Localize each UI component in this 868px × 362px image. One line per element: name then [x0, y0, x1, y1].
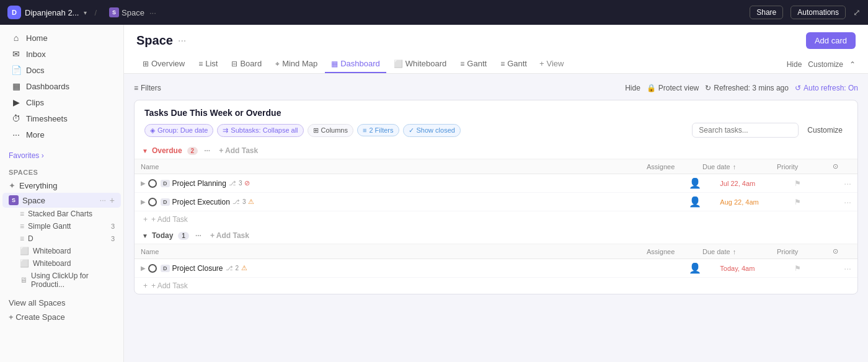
- filters-button[interactable]: ≡ Filters: [134, 84, 161, 92]
- sidebar-item-stacked-bar-charts[interactable]: ≡ Stacked Bar Charts: [0, 208, 123, 220]
- overdue-more-icon[interactable]: ···: [204, 146, 210, 155]
- task-assignee[interactable]: 👤: [670, 262, 720, 274]
- tab-gantt1[interactable]: ≡ Gantt: [454, 55, 493, 73]
- task-status-circle[interactable]: [148, 179, 157, 188]
- auto-refresh-btn[interactable]: ↺ Auto refresh: On: [795, 84, 858, 92]
- tab-overview[interactable]: ⊞ Overview: [136, 55, 191, 73]
- sidebar-item-home[interactable]: ⌂ Home: [2, 30, 121, 46]
- sidebar-item-dashboards[interactable]: ▦ Dashboards: [2, 78, 121, 94]
- filter-bar-right: Hide 🔒 Protect view ↻ Refreshed: 3 mins …: [625, 84, 858, 92]
- overdue-expand-icon[interactable]: ▼: [142, 148, 148, 154]
- sidebar-item-timesheets[interactable]: ⏱ Timesheets: [2, 110, 121, 126]
- sidebar-item-everything[interactable]: ✦ Everything: [0, 179, 123, 193]
- sidebar-item-using-clickup[interactable]: 🖥 Using ClickUp for Producti...: [0, 270, 123, 291]
- task-expand-icon[interactable]: ▶: [141, 265, 146, 272]
- group-due-date-chip[interactable]: ◈ Group: Due date: [144, 124, 213, 137]
- sidebar-item-inbox[interactable]: ✉ Inbox: [2, 46, 121, 62]
- task-assignee[interactable]: 👤: [670, 196, 720, 208]
- show-closed-chip[interactable]: ✓ Show closed: [403, 124, 461, 137]
- hide-btn[interactable]: Hide: [625, 84, 640, 92]
- space-breadcrumb[interactable]: S Space ···: [109, 7, 156, 17]
- tab-board[interactable]: ⊟ Board: [225, 55, 268, 73]
- task-name[interactable]: Project Closure: [172, 264, 223, 273]
- task-more-btn[interactable]: ···: [844, 263, 851, 273]
- add-task-today-btn[interactable]: + Add Task: [210, 231, 249, 240]
- tab-whiteboard-label: Whiteboard: [405, 59, 446, 68]
- automations-button[interactable]: Automations: [790, 6, 846, 19]
- sort-icon-today[interactable]: ↑: [733, 248, 737, 255]
- view-all-spaces-btn[interactable]: View all Spaces: [9, 296, 115, 310]
- assignee-icon: 👤: [689, 196, 701, 208]
- tab-add-view[interactable]: + View: [534, 55, 569, 73]
- favorites-section[interactable]: Favorites ›: [0, 148, 123, 164]
- hide-button[interactable]: Hide: [787, 60, 802, 69]
- add-task-overdue-label: + Add Task: [151, 215, 188, 224]
- priority-flag-icon: ⚑: [794, 179, 801, 188]
- task-name[interactable]: Project Execution: [172, 198, 230, 206]
- gantt2-tab-icon: ≡: [500, 60, 505, 68]
- task-priority: ⚑: [794, 198, 844, 206]
- add-task-overdue-btn[interactable]: + Add Task: [219, 146, 258, 155]
- tab-gantt1-label: Gantt: [467, 59, 487, 68]
- tab-whiteboard[interactable]: ⬜ Whiteboard: [388, 55, 453, 73]
- add-task-today-row[interactable]: + + Add Task: [135, 278, 857, 294]
- add-card-button[interactable]: Add card: [806, 32, 856, 49]
- page-title-more[interactable]: ···: [178, 35, 186, 46]
- filters-chip[interactable]: ≡ 2 Filters: [357, 124, 399, 136]
- search-tasks-input[interactable]: [692, 123, 799, 138]
- space-name: Space: [122, 8, 144, 17]
- task-assignee[interactable]: 👤: [670, 177, 720, 189]
- sidebar: ⌂ Home ✉ Inbox 📄 Docs ▦ Dashboards ▶ Cli…: [0, 25, 124, 362]
- space-icon: S: [9, 195, 19, 205]
- sidebar-item-docs[interactable]: 📄 Docs: [2, 62, 121, 78]
- task-d-badge: D: [161, 180, 170, 187]
- tab-list[interactable]: ≡ List: [192, 55, 224, 73]
- task-expand-icon[interactable]: ▶: [141, 198, 146, 205]
- space-add-btn[interactable]: +: [110, 195, 115, 205]
- sidebar-item-d-label: D: [28, 234, 33, 243]
- space-more-icon[interactable]: ···: [149, 8, 156, 17]
- create-space-btn[interactable]: + Create Space: [9, 310, 115, 324]
- sidebar-item-whiteboard2[interactable]: ⬜ Whiteboard: [0, 257, 123, 270]
- add-task-overdue-row[interactable]: + + Add Task: [135, 211, 857, 227]
- card-toolbar: ◈ Group: Due date ⇉ Subtasks: Collapse a…: [144, 123, 848, 138]
- assignee-icon: 👤: [689, 262, 701, 274]
- today-more-icon[interactable]: ···: [195, 231, 202, 240]
- subtasks-chip[interactable]: ⇉ Subtasks: Collapse all: [217, 124, 303, 137]
- sidebar-item-simple-gantt[interactable]: ≡ Simple Gantt 3: [0, 220, 123, 232]
- group-icon: ◈: [150, 126, 155, 135]
- today-expand-icon[interactable]: ▼: [142, 232, 148, 239]
- sidebar-item-d[interactable]: ≡ D 3: [0, 232, 123, 245]
- sidebar-item-more-label: More: [26, 130, 45, 139]
- sidebar-item-clips[interactable]: ▶ Clips: [2, 94, 121, 110]
- task-status-circle[interactable]: [148, 198, 157, 206]
- sidebar-item-space[interactable]: S Space ··· +: [2, 193, 121, 208]
- task-more-btn[interactable]: ···: [844, 179, 851, 188]
- sidebar-item-more[interactable]: ··· More: [2, 126, 121, 143]
- overdue-group-header: ▼ Overdue 2 ··· + Add Task: [135, 143, 857, 159]
- task-expand-icon[interactable]: ▶: [141, 180, 146, 187]
- columns-chip[interactable]: ⊞ Columns: [308, 124, 353, 137]
- col-assignee-today: Assignee: [647, 248, 702, 255]
- task-more-btn[interactable]: ···: [844, 197, 851, 207]
- protect-view-btn[interactable]: 🔒 Protect view: [647, 84, 699, 92]
- workspace-selector[interactable]: D Dipanjenah 2... ▾: [7, 6, 87, 19]
- customize-button[interactable]: Customize: [802, 124, 848, 136]
- sort-icon[interactable]: ↑: [733, 163, 737, 170]
- customize-button[interactable]: Customize: [808, 60, 843, 69]
- view-all-spaces-label: View all Spaces: [9, 298, 66, 307]
- tab-mindmap[interactable]: ⌖ Mind Map: [269, 55, 324, 73]
- topbar-expand-icon[interactable]: ⤢: [853, 7, 861, 17]
- task-status-circle[interactable]: [148, 264, 157, 273]
- collapse-icon[interactable]: ⌃: [849, 60, 856, 69]
- tab-dashboard[interactable]: ▦ Dashboard: [325, 55, 386, 73]
- tab-dashboard-label: Dashboard: [340, 59, 380, 68]
- card-title: Tasks Due This Week or Overdue: [144, 108, 848, 118]
- sidebar-item-docs-label: Docs: [26, 66, 45, 75]
- sidebar-item-whiteboard1[interactable]: ⬜ Whiteboard: [0, 245, 123, 257]
- task-name[interactable]: Project Planning: [172, 179, 226, 188]
- share-button[interactable]: Share: [750, 6, 783, 19]
- space-more-btn[interactable]: ···: [100, 196, 106, 205]
- subtask-icon: ⎇: [232, 198, 240, 205]
- tab-gantt2[interactable]: ≡ Gantt: [494, 55, 533, 73]
